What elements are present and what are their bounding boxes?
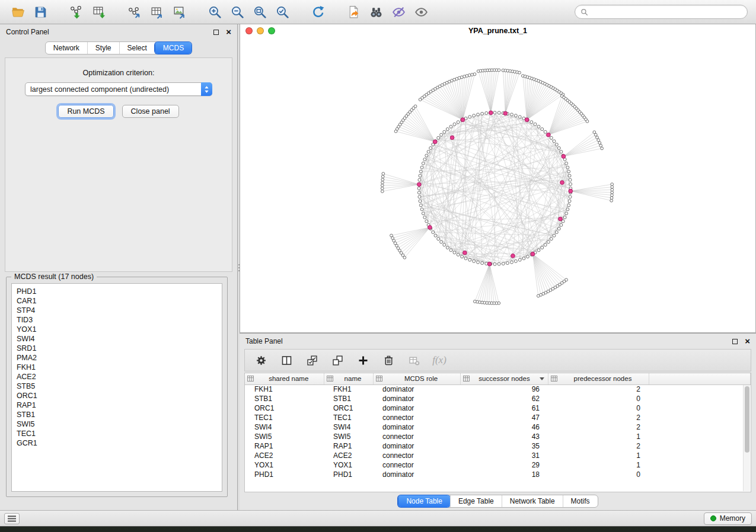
mcds-node-item[interactable]: STP4	[17, 306, 217, 315]
status-menu-button[interactable]	[4, 513, 20, 524]
tab-style[interactable]: Style	[87, 42, 119, 54]
save-session-button[interactable]	[31, 2, 50, 21]
tab-edge-table[interactable]: Edge Table	[450, 495, 502, 507]
tab-mcds[interactable]: MCDS	[155, 42, 192, 54]
mcds-node-item[interactable]: GCR1	[17, 438, 217, 448]
cell-name[interactable]: ACE2	[324, 451, 373, 460]
cell-shared_name[interactable]: ACE2	[245, 451, 324, 460]
show-details-button[interactable]	[412, 2, 430, 21]
cell-role[interactable]: dominator	[373, 394, 460, 403]
search-input[interactable]	[592, 8, 742, 16]
table-row[interactable]: RAP1RAP1dominator352	[245, 441, 751, 451]
table-row[interactable]: TEC1TEC1connector472	[245, 413, 751, 422]
find-button[interactable]	[366, 2, 385, 21]
delete-column-button[interactable]	[381, 352, 396, 368]
column-header-predecessor-nodes[interactable]: predecessor nodes	[548, 373, 649, 384]
import-network-button[interactable]	[66, 2, 85, 21]
export-network-button[interactable]	[125, 2, 143, 21]
cell-name[interactable]: PHD1	[324, 470, 373, 479]
mcds-node-item[interactable]: RAP1	[17, 400, 217, 410]
cell-role[interactable]: connector	[373, 413, 460, 422]
mcds-node-item[interactable]: ORC1	[17, 391, 217, 400]
mcds-node-item[interactable]: PMA2	[17, 353, 217, 363]
cell-name[interactable]: STB1	[324, 394, 373, 403]
cell-shared_name[interactable]: YOX1	[245, 460, 324, 470]
mcds-node-item[interactable]: STB5	[17, 382, 217, 391]
table-row[interactable]: ACE2ACE2connector311	[245, 451, 751, 460]
column-header-name[interactable]: name	[324, 373, 373, 384]
cell-shared_name[interactable]: PHD1	[245, 470, 324, 479]
add-column-button[interactable]	[355, 352, 371, 368]
cell-pred[interactable]: 2	[548, 441, 649, 451]
cell-role[interactable]: connector	[373, 451, 460, 460]
cell-succ[interactable]: 47	[460, 413, 548, 422]
table-row[interactable]: SWI4SWI4dominator462	[245, 422, 751, 432]
close-panel-icon[interactable]: ×	[226, 29, 231, 35]
apply-layout-button[interactable]	[308, 2, 327, 21]
mcds-node-item[interactable]: SWI5	[17, 419, 217, 429]
window-maximize-icon[interactable]	[268, 27, 275, 34]
export-document-button[interactable]	[344, 2, 363, 21]
float-panel-icon[interactable]	[213, 30, 219, 35]
mcds-result-list[interactable]: PHD1CAR1STP4TID3YOX1SWI4SRD1PMA2FKH1ACE2…	[11, 283, 222, 492]
window-close-icon[interactable]	[245, 27, 253, 34]
cell-succ[interactable]: 18	[460, 470, 548, 479]
table-row[interactable]: FKH1FKH1dominator962	[245, 384, 751, 394]
cell-succ[interactable]: 29	[460, 460, 548, 470]
tab-node-table[interactable]: Node Table	[398, 495, 450, 507]
cell-shared_name[interactable]: TEC1	[245, 413, 324, 422]
sort-chevron-icon[interactable]	[540, 377, 544, 380]
zoom-out-button[interactable]	[228, 2, 247, 21]
mcds-node-item[interactable]: ACE2	[17, 372, 217, 382]
zoom-selected-button[interactable]	[273, 2, 292, 21]
show-columns-button[interactable]	[279, 352, 294, 368]
cell-succ[interactable]: 62	[460, 394, 548, 403]
cell-name[interactable]: ORC1	[324, 403, 373, 413]
column-header-mcds-role[interactable]: MCDS role	[373, 373, 460, 384]
run-mcds-button[interactable]: Run MCDS	[58, 105, 113, 118]
mcds-node-item[interactable]: PHD1	[17, 287, 217, 296]
table-scrollbar-thumb[interactable]	[745, 386, 749, 453]
cell-shared_name[interactable]: FKH1	[245, 384, 324, 394]
mcds-node-item[interactable]: FKH1	[17, 363, 217, 372]
tab-motifs[interactable]: Motifs	[563, 495, 598, 507]
deselect-all-button[interactable]	[330, 352, 345, 368]
cell-pred[interactable]: 2	[548, 413, 649, 422]
mcds-node-item[interactable]: CAR1	[17, 296, 217, 306]
table-settings-button[interactable]	[253, 352, 269, 368]
cell-shared_name[interactable]: RAP1	[245, 441, 324, 451]
cell-pred[interactable]: 1	[548, 460, 649, 470]
zoom-fit-button[interactable]	[250, 2, 269, 21]
column-header-successor-nodes[interactable]: successor nodes	[460, 373, 548, 384]
table-row[interactable]: ORC1ORC1dominator610	[245, 403, 751, 413]
cell-shared_name[interactable]: SWI4	[245, 422, 324, 432]
mcds-node-item[interactable]: TEC1	[17, 429, 217, 438]
cell-succ[interactable]: 46	[460, 422, 548, 432]
cell-name[interactable]: RAP1	[324, 441, 373, 451]
cell-role[interactable]: connector	[373, 460, 460, 470]
cell-succ[interactable]: 61	[460, 403, 548, 413]
tab-select[interactable]: Select	[119, 42, 155, 54]
table-row[interactable]: STB1STB1dominator620	[245, 394, 751, 403]
table-scrollbar[interactable]	[743, 385, 750, 491]
mcds-node-item[interactable]: STB1	[17, 410, 217, 419]
import-table-button[interactable]	[89, 2, 108, 21]
open-folder-button[interactable]	[8, 2, 27, 21]
mcds-node-item[interactable]: YOX1	[17, 325, 217, 334]
table-row[interactable]: SWI5SWI5connector431	[245, 432, 751, 441]
criterion-select[interactable]: largest connected component (undirected)	[25, 82, 212, 96]
cell-pred[interactable]: 1	[548, 432, 649, 441]
cell-role[interactable]: connector	[373, 432, 460, 441]
cell-name[interactable]: TEC1	[324, 413, 373, 422]
cell-pred[interactable]: 0	[548, 394, 649, 403]
cell-pred[interactable]: 0	[548, 403, 649, 413]
hide-details-button[interactable]	[389, 2, 408, 21]
memory-button[interactable]: Memory	[704, 512, 752, 525]
cell-pred[interactable]: 2	[548, 384, 649, 394]
cell-pred[interactable]: 0	[548, 470, 649, 479]
cell-pred[interactable]: 1	[548, 451, 649, 460]
mcds-node-item[interactable]: SRD1	[17, 344, 217, 353]
cell-succ[interactable]: 43	[460, 432, 548, 441]
table-row[interactable]: YOX1YOX1connector291	[245, 460, 751, 470]
cell-name[interactable]: FKH1	[324, 384, 373, 394]
